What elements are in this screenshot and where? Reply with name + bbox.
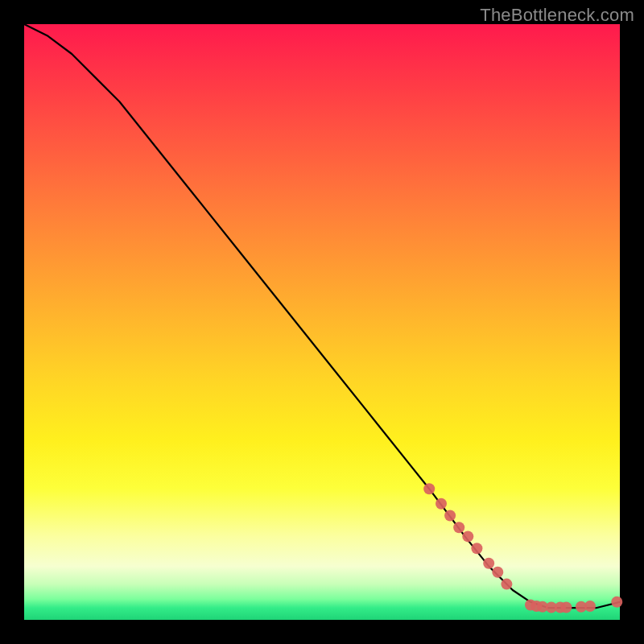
- chart-frame: TheBottleneck.com: [0, 0, 644, 644]
- scatter-dot: [501, 579, 512, 590]
- scatter-dot: [453, 522, 464, 533]
- scatter-dot: [560, 602, 572, 613]
- scatter-dot: [483, 558, 494, 569]
- curve-line: [24, 24, 620, 608]
- scatter-dots: [423, 483, 622, 613]
- scatter-dot: [611, 597, 622, 608]
- scatter-dot: [436, 498, 447, 510]
- scatter-dot: [462, 530, 473, 542]
- plot-area: [24, 24, 620, 620]
- watermark-text: TheBottleneck.com: [480, 5, 634, 26]
- scatter-dot: [444, 510, 456, 522]
- scatter-dot: [584, 601, 596, 612]
- chart-svg: [24, 24, 620, 620]
- scatter-dot: [423, 483, 435, 494]
- scatter-dot: [492, 567, 503, 578]
- scatter-dot: [471, 543, 482, 554]
